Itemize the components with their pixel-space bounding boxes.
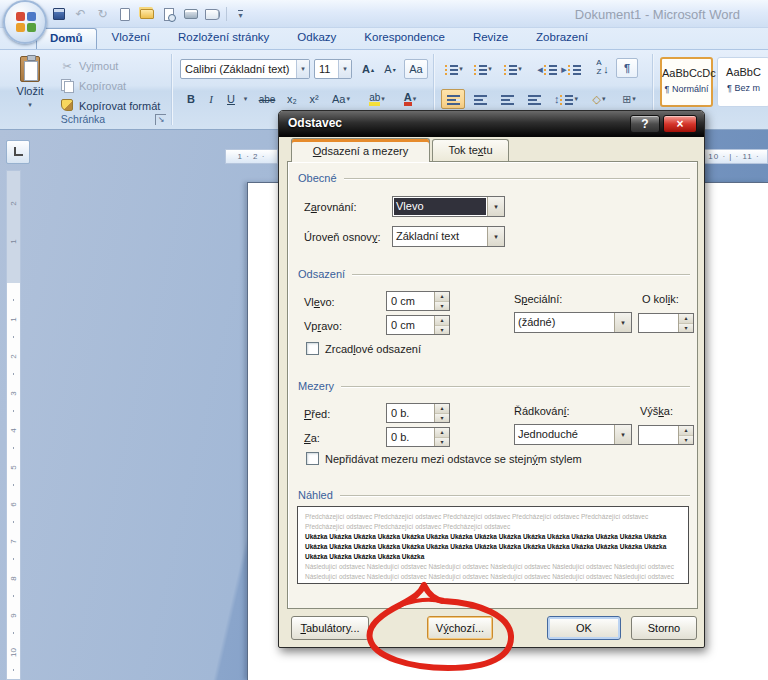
- align-right-button[interactable]: [495, 89, 519, 109]
- highlight-dropdown-icon[interactable]: ▾: [381, 95, 385, 103]
- paste-button[interactable]: Vložit ▾: [10, 55, 50, 115]
- numbering-button[interactable]: ▾: [470, 59, 496, 79]
- font-size-combo[interactable]: 11 ▾: [314, 59, 352, 79]
- full-screen-reading-icon[interactable]: [204, 5, 221, 23]
- bullets-button[interactable]: ▾: [441, 59, 467, 79]
- underline-dropdown-icon[interactable]: ▾: [240, 89, 251, 109]
- tab-vlozeni[interactable]: Vložení: [99, 28, 163, 49]
- spacing-after-spinner[interactable]: 0 b. ▴▾: [386, 427, 450, 447]
- dialog-help-button[interactable]: ?: [630, 115, 660, 133]
- show-hide-pilcrow-button[interactable]: ¶: [616, 58, 638, 78]
- repeat-icon[interactable]: ↻: [94, 5, 111, 23]
- justify-button[interactable]: [522, 89, 546, 109]
- tab-rozlozeni-stranky[interactable]: Rozložení stránky: [165, 28, 282, 49]
- new-document-icon[interactable]: [116, 5, 133, 23]
- underline-button[interactable]: U: [222, 89, 240, 109]
- copy-button[interactable]: Kopírovat: [60, 77, 126, 95]
- cancel-button[interactable]: Storno: [631, 616, 697, 640]
- strikethrough-button[interactable]: abe: [254, 89, 280, 109]
- outline-level-dropdown-icon[interactable]: ▾: [487, 227, 504, 246]
- ok-button[interactable]: OK: [547, 616, 621, 640]
- spinner-buttons[interactable]: ▴▾: [434, 428, 449, 446]
- spin-down-icon[interactable]: ▾: [679, 324, 693, 333]
- line-spacing-dropdown-icon[interactable]: ▾: [614, 425, 631, 444]
- at-spinner[interactable]: ▴▾: [638, 425, 694, 445]
- style-no-spacing[interactable]: AaBbC ¶ Bez m: [717, 57, 768, 107]
- grow-font-button[interactable]: A▴: [358, 59, 378, 79]
- print-preview-icon[interactable]: [160, 5, 177, 23]
- vertical-ruler[interactable]: 2 1 1 2 3 4 5 6 7 8 9 10: [6, 170, 21, 680]
- special-combo[interactable]: (žádné) ▾: [514, 312, 632, 333]
- horizontal-ruler-right[interactable]: 10 · | · 11 ·: [700, 149, 768, 164]
- spinner-buttons[interactable]: ▴▾: [434, 316, 449, 334]
- tabs-button[interactable]: Tabulátory...: [291, 616, 369, 640]
- checkbox-box[interactable]: [306, 452, 319, 465]
- change-case-dropdown-icon[interactable]: ▾: [346, 95, 350, 103]
- bold-button[interactable]: B: [182, 89, 200, 109]
- spin-up-icon[interactable]: ▴: [435, 404, 449, 414]
- indent-right-spinner[interactable]: 0 cm ▴▾: [386, 315, 450, 335]
- highlight-button[interactable]: ab▾: [362, 89, 392, 109]
- shrink-font-button[interactable]: A▾: [380, 59, 400, 79]
- save-icon[interactable]: [50, 5, 67, 23]
- tab-line-and-page-breaks[interactable]: Tok textu: [432, 139, 509, 161]
- font-name-combo[interactable]: Calibri (Základní text) ▾: [180, 59, 310, 79]
- spin-down-icon[interactable]: ▾: [435, 326, 449, 335]
- customize-qat-icon[interactable]: ▾: [232, 5, 249, 23]
- borders-button[interactable]: ⊞▾: [616, 89, 642, 109]
- alignment-dropdown-icon[interactable]: ▾: [487, 197, 504, 216]
- spinner-buttons[interactable]: ▴▾: [434, 292, 449, 310]
- spacing-before-spinner[interactable]: 0 b. ▴▾: [386, 403, 450, 423]
- font-size-dropdown-icon[interactable]: ▾: [338, 60, 351, 78]
- alignment-combo[interactable]: Vlevo ▾: [392, 196, 505, 217]
- cut-button[interactable]: ✂ Vyjmout: [60, 57, 118, 75]
- spin-up-icon[interactable]: ▴: [435, 316, 449, 326]
- spin-up-icon[interactable]: ▴: [679, 314, 693, 324]
- special-dropdown-icon[interactable]: ▾: [614, 313, 631, 332]
- spin-up-icon[interactable]: ▴: [679, 426, 693, 436]
- subscript-button[interactable]: x₂: [282, 89, 302, 109]
- tab-indents-and-spacing[interactable]: Odsazení a mezery: [291, 138, 430, 162]
- clipboard-dialog-launcher[interactable]: ↘: [155, 114, 166, 125]
- tab-revize[interactable]: Revize: [460, 28, 521, 49]
- increase-indent-button[interactable]: ▸: [560, 59, 582, 79]
- align-center-button[interactable]: [468, 89, 492, 109]
- spinner-buttons[interactable]: ▴▾: [678, 314, 693, 332]
- mirror-indents-checkbox[interactable]: Zrcadlové odsazení: [306, 342, 421, 355]
- spin-up-icon[interactable]: ▴: [435, 428, 449, 438]
- undo-icon[interactable]: ↶: [72, 5, 89, 23]
- spin-up-icon[interactable]: ▴: [435, 292, 449, 302]
- shading-button[interactable]: ◇▾: [586, 89, 612, 109]
- outline-level-combo[interactable]: Základní text ▾: [392, 226, 505, 247]
- font-name-dropdown-icon[interactable]: ▾: [296, 60, 309, 78]
- quick-print-icon[interactable]: [182, 5, 199, 23]
- no-space-same-style-checkbox[interactable]: Nepřidávat mezeru mezi odstavce se stejn…: [306, 452, 582, 465]
- spinner-buttons[interactable]: ▴▾: [678, 426, 693, 444]
- decrease-indent-button[interactable]: ◂: [536, 59, 558, 79]
- tab-odkazy[interactable]: Odkazy: [284, 28, 349, 49]
- multilevel-list-button[interactable]: ▾: [499, 59, 527, 79]
- horizontal-ruler-left[interactable]: 1 · 2 ·: [225, 149, 278, 164]
- tab-zobrazeni[interactable]: Zobrazení: [523, 28, 601, 49]
- italic-button[interactable]: I: [202, 89, 220, 109]
- indent-left-spinner[interactable]: 0 cm ▴▾: [386, 291, 450, 311]
- tab-domu[interactable]: Domů: [36, 28, 97, 49]
- tab-korespondence[interactable]: Korespondence: [351, 28, 458, 49]
- open-icon[interactable]: [138, 5, 155, 23]
- spin-down-icon[interactable]: ▾: [679, 436, 693, 445]
- font-color-button[interactable]: A▾: [396, 89, 424, 109]
- spinner-buttons[interactable]: ▴▾: [434, 404, 449, 422]
- line-spacing-button[interactable]: ↕▾: [551, 89, 581, 109]
- line-spacing-combo[interactable]: Jednoduché ▾: [514, 424, 632, 445]
- font-color-dropdown-icon[interactable]: ▾: [413, 95, 417, 103]
- dialog-close-button[interactable]: ×: [663, 115, 697, 133]
- checkbox-box[interactable]: [306, 342, 319, 355]
- spin-down-icon[interactable]: ▾: [435, 302, 449, 311]
- paste-dropdown-icon[interactable]: ▾: [28, 101, 32, 108]
- by-spinner[interactable]: ▴▾: [638, 313, 694, 333]
- spin-down-icon[interactable]: ▾: [435, 438, 449, 447]
- clear-formatting-button[interactable]: Aa: [404, 59, 428, 79]
- superscript-button[interactable]: x²: [304, 89, 324, 109]
- change-case-button[interactable]: Aa▾: [328, 89, 354, 109]
- align-left-button[interactable]: [441, 89, 465, 109]
